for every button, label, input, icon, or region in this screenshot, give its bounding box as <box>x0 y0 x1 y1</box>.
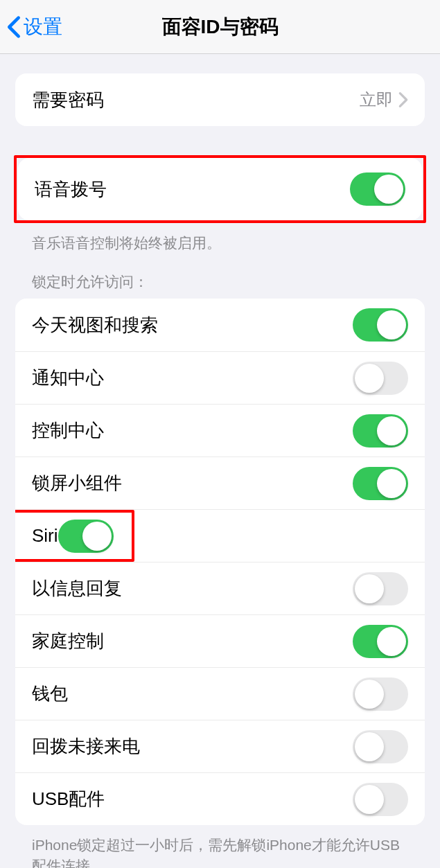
row-label: 家庭控制 <box>32 629 353 653</box>
lock-row: 家庭控制 <box>15 614 425 667</box>
lock-row: 控制中心 <box>15 404 425 457</box>
lock-access-footer: iPhone锁定超过一小时后，需先解锁iPhone才能允许USB配件连接。 <box>32 835 412 868</box>
voice-dial-footer: 音乐语音控制将始终被启用。 <box>32 233 412 253</box>
row-switch[interactable] <box>353 730 408 763</box>
row-switch[interactable] <box>353 572 408 605</box>
lock-row: 回拨未接来电 <box>15 720 425 772</box>
voice-dial-switch[interactable] <box>350 172 405 206</box>
row-label: 语音拨号 <box>35 177 350 202</box>
row-switch[interactable] <box>353 783 408 816</box>
row-label: 锁屏小组件 <box>32 471 353 495</box>
row-label: USB配件 <box>32 787 353 811</box>
row-switch[interactable] <box>353 414 408 448</box>
voice-dial-row: 语音拨号 <box>18 158 422 220</box>
lock-row: 钱包 <box>15 667 425 720</box>
row-switch[interactable] <box>353 677 408 711</box>
row-switch[interactable] <box>353 625 408 658</box>
chevron-right-icon <box>398 91 408 108</box>
back-label: 设置 <box>24 14 62 40</box>
row-label: 需要密码 <box>32 88 360 112</box>
lock-row: 通知中心 <box>15 351 425 404</box>
row-switch[interactable] <box>353 308 408 342</box>
row-label: 以信息回复 <box>32 576 353 601</box>
row-value: 立即 <box>360 89 393 111</box>
require-passcode-group: 需要密码 立即 <box>15 73 425 126</box>
chevron-left-icon <box>7 15 21 39</box>
row-switch[interactable] <box>353 362 408 395</box>
row-label: 今天视图和搜索 <box>32 313 353 337</box>
row-label: Siri <box>32 525 58 547</box>
row-label: 钱包 <box>32 682 353 706</box>
lock-access-header: 锁定时允许访问： <box>32 272 412 292</box>
siri-highlight: Siri <box>15 510 134 562</box>
navigation-bar: 设置 面容ID与密码 <box>0 0 440 54</box>
row-label: 通知中心 <box>32 366 353 390</box>
lock-row: 今天视图和搜索 <box>15 299 425 351</box>
lock-row: 锁屏小组件 <box>15 457 425 509</box>
require-passcode-row[interactable]: 需要密码 立即 <box>15 73 425 126</box>
row-label: 回拨未接来电 <box>32 734 353 759</box>
lock-row: Siri <box>15 509 425 562</box>
voice-dial-group: 语音拨号 <box>18 158 422 220</box>
siri-switch[interactable] <box>58 520 114 553</box>
lock-access-group: 今天视图和搜索通知中心控制中心锁屏小组件Siri以信息回复家庭控制钱包回拨未接来… <box>15 299 425 825</box>
back-button[interactable]: 设置 <box>7 0 62 53</box>
row-label: 控制中心 <box>32 418 353 443</box>
lock-row: USB配件 <box>15 772 425 825</box>
page-title: 面容ID与密码 <box>162 14 279 40</box>
lock-row: 以信息回复 <box>15 562 425 614</box>
voice-dial-highlight: 语音拨号 <box>14 155 426 223</box>
row-switch[interactable] <box>353 467 408 500</box>
